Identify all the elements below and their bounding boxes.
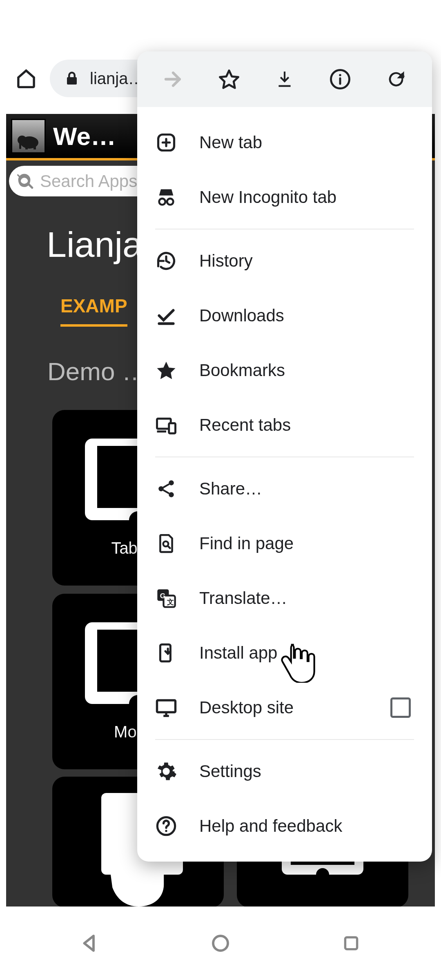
menu-bookmarks[interactable]: Bookmarks [137, 343, 432, 398]
tab-examples[interactable]: EXAMP [60, 295, 127, 327]
page-title: Lianja [47, 224, 143, 265]
menu-divider [155, 739, 414, 740]
status-bar [0, 0, 441, 53]
incognito-icon [155, 186, 177, 208]
forward-icon [162, 68, 184, 90]
plus-box-icon [155, 131, 177, 154]
url-text: lianja… [90, 69, 144, 88]
menu-label: Translate… [199, 588, 414, 608]
menu-label: Downloads [199, 306, 414, 325]
menu-list: New tab New Incognito tab History Downlo… [137, 107, 432, 862]
menu-new-tab[interactable]: New tab [137, 115, 432, 170]
gear-icon [155, 760, 177, 782]
reload-icon [385, 69, 407, 90]
svg-line-29 [168, 546, 170, 548]
menu-find-in-page[interactable]: Find in page [137, 516, 432, 571]
search-placeholder: Search Apps [40, 172, 137, 191]
reload-button[interactable] [384, 67, 408, 91]
menu-divider [155, 457, 414, 457]
menu-label: Help and feedback [199, 816, 414, 836]
menu-label: Find in page [199, 534, 414, 553]
translate-icon: G文 [155, 587, 177, 609]
bookmark-button[interactable] [217, 67, 241, 91]
search-icon [17, 173, 34, 190]
menu-label: New Incognito tab [199, 187, 414, 207]
menu-label: History [199, 251, 414, 271]
svg-point-24 [158, 486, 164, 492]
menu-desktop-site[interactable]: Desktop site [137, 680, 432, 735]
svg-point-40 [165, 830, 167, 832]
menu-history[interactable]: History [137, 234, 432, 288]
menu-label: Desktop site [199, 698, 368, 717]
menu-help[interactable]: Help and feedback [137, 799, 432, 853]
info-icon [329, 68, 351, 90]
svg-point-42 [213, 936, 228, 951]
menu-recent-tabs[interactable]: Recent tabs [137, 398, 432, 452]
menu-downloads[interactable]: Downloads [137, 288, 432, 343]
circle-icon [209, 932, 232, 954]
install-icon [155, 642, 177, 664]
help-icon [155, 815, 177, 837]
cursor-pointer-icon [279, 642, 315, 683]
site-title: We… [53, 122, 116, 151]
devices-icon [155, 414, 177, 436]
find-icon [155, 532, 177, 555]
svg-point-11 [339, 74, 341, 76]
square-icon [341, 933, 361, 953]
menu-label: New tab [199, 133, 414, 152]
svg-line-26 [163, 484, 169, 488]
download-icon [274, 69, 295, 89]
section-title: Demo … [47, 357, 147, 386]
menu-label: Share… [199, 479, 414, 499]
menu-share[interactable]: Share… [137, 461, 432, 516]
svg-marker-41 [85, 936, 94, 951]
menu-incognito[interactable]: New Incognito tab [137, 170, 432, 225]
home-icon [15, 67, 37, 89]
svg-rect-4 [33, 145, 36, 149]
download-button[interactable] [272, 67, 297, 91]
desktop-site-checkbox[interactable] [390, 697, 411, 718]
svg-point-15 [159, 198, 165, 205]
home-nav-button[interactable] [206, 929, 235, 958]
android-nav-bar [0, 906, 441, 980]
svg-point-1 [18, 136, 27, 145]
back-button[interactable] [76, 929, 104, 958]
svg-text:G: G [160, 592, 165, 600]
svg-text:文: 文 [167, 598, 174, 606]
svg-rect-43 [345, 937, 357, 949]
site-logo [11, 119, 46, 154]
overview-button[interactable] [337, 929, 365, 958]
share-icon [155, 478, 177, 500]
back-icon [79, 932, 101, 954]
svg-rect-3 [25, 145, 28, 149]
menu-translate[interactable]: G文 Translate… [137, 571, 432, 626]
svg-marker-19 [157, 362, 176, 379]
menu-settings[interactable]: Settings [137, 744, 432, 799]
overflow-menu: New tab New Incognito tab History Downlo… [137, 51, 432, 862]
star-icon [218, 68, 240, 90]
history-icon [155, 250, 177, 272]
svg-rect-36 [157, 700, 176, 712]
menu-label: Bookmarks [199, 361, 414, 380]
svg-point-23 [169, 480, 174, 486]
svg-marker-8 [220, 71, 238, 88]
svg-line-6 [28, 184, 32, 188]
svg-line-27 [163, 490, 169, 493]
info-button[interactable] [328, 67, 352, 91]
lock-icon [65, 71, 79, 86]
menu-top-row [137, 51, 432, 107]
svg-rect-2 [19, 142, 21, 149]
elephant-icon [16, 134, 41, 150]
forward-button[interactable] [161, 67, 185, 91]
menu-divider [155, 229, 414, 229]
checkmark-icon [155, 305, 177, 327]
svg-point-25 [169, 492, 174, 497]
svg-rect-22 [169, 423, 176, 434]
home-button[interactable] [12, 65, 40, 92]
menu-label: Recent tabs [199, 415, 414, 435]
desktop-icon [155, 697, 177, 719]
menu-label: Settings [199, 762, 414, 781]
star-filled-icon [155, 359, 177, 381]
svg-point-16 [167, 198, 173, 205]
